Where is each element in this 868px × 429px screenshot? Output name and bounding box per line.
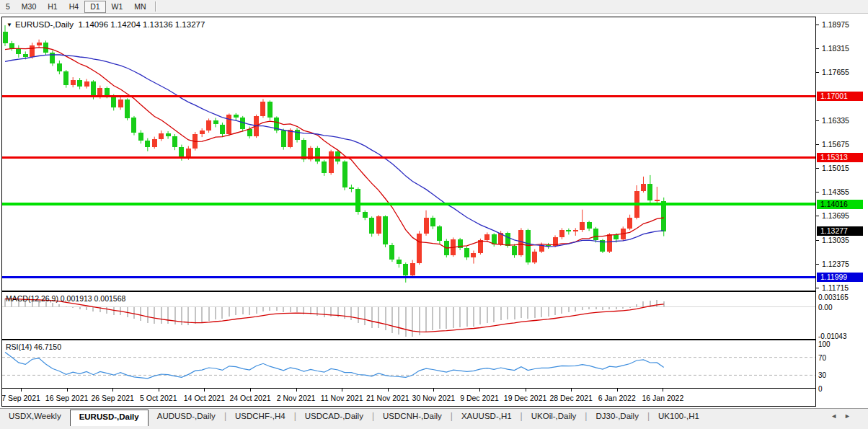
rsi-indicator-pane[interactable] [2, 340, 815, 388]
date-label: 2 Nov 2021 [277, 394, 316, 402]
level-price-label: 1.14016 [817, 200, 863, 209]
date-tick [67, 389, 68, 392]
timeframe-button-h4[interactable]: H4 [63, 1, 84, 13]
date-label: 11 Nov 2021 [321, 394, 363, 402]
timeframe-button-d1[interactable]: D1 [84, 1, 105, 13]
chart-tab-usdchf-h4[interactable]: USDCHF-,H4 [226, 410, 294, 426]
date-label: 24 Oct 2021 [229, 394, 270, 402]
price-tick [816, 72, 819, 73]
date-label: 26 Sep 2021 [91, 394, 134, 402]
level-price-label: 1.15313 [817, 153, 863, 162]
date-label: 19 Dec 2021 [504, 394, 547, 402]
chart-title: ▼EURUSD-,Daily 1.14096 1.14204 1.13136 1… [6, 20, 205, 29]
timeframe-button-mn[interactable]: MN [128, 1, 151, 13]
price-label: 1.17655 [822, 68, 849, 76]
current-price-label: 1.13277 [817, 226, 863, 236]
date-label: 14 Oct 2021 [184, 394, 225, 402]
price-tick [816, 240, 819, 241]
timeframe-button-h1[interactable]: H1 [42, 1, 63, 13]
price-tick [816, 144, 819, 145]
chart-tab-xauusd-h1[interactable]: XAUUSD-,H1 [453, 410, 521, 426]
chart-tab-eurusd-daily[interactable]: EURUSD-,Daily [70, 410, 149, 426]
date-axis[interactable]: 7 Sep 202116 Sep 202126 Sep 20215 Oct 20… [2, 389, 815, 406]
level-price-label: 1.17001 [817, 92, 863, 101]
price-label: 1.14355 [822, 187, 849, 196]
chart-tab-bar: USDX,WeeklyEURUSD-,DailyAUDUSD-,Daily|US… [0, 408, 868, 429]
date-tick [526, 389, 526, 392]
price-tick [816, 192, 819, 193]
price-label: 1.16335 [822, 116, 849, 125]
chart-symbol-label: EURUSD-,Daily [15, 20, 74, 29]
trading-app-window: 5M30H1H4D1W1MN ▼EURUSD-,Daily 1.14096 1.… [0, 0, 868, 429]
tab-scroll-left-icon[interactable]: ◄ [831, 412, 844, 420]
price-label: 1.15675 [822, 140, 849, 149]
date-tick [571, 389, 572, 392]
chart-tab-usdx-weekly[interactable]: USDX,Weekly [0, 410, 70, 426]
date-label: 30 Nov 2021 [412, 394, 456, 402]
rsi-scale-label: 0 [818, 385, 823, 393]
date-tick [433, 389, 434, 392]
price-tick [816, 168, 819, 169]
date-label: 7 Sep 2021 [1, 394, 40, 402]
price-tick [816, 288, 819, 288]
price-tick [816, 216, 819, 216]
price-label: 1.11715 [822, 283, 849, 292]
timeframe-toolbar: 5M30H1H4D1W1MN [0, 0, 868, 14]
macd-label: MACD(12,26,9) 0.001913 0.001568 [6, 294, 125, 303]
timeframe-button-m30[interactable]: M30 [16, 1, 42, 13]
date-tick [296, 389, 297, 392]
price-label: 1.13695 [822, 211, 849, 220]
date-label: 9 Dec 2021 [460, 394, 499, 402]
date-tick [479, 389, 480, 392]
rsi-scale-label: 30 [818, 371, 826, 379]
macd-scale-label: -0.01043 [818, 332, 846, 340]
price-tick [816, 120, 819, 121]
date-label: 16 Sep 2021 [45, 394, 89, 402]
price-label: 1.13035 [822, 236, 849, 244]
date-tick [21, 389, 22, 392]
price-tick [816, 25, 819, 25]
date-label: 16 Jan 2022 [642, 394, 683, 402]
rsi-scale-label: 70 [818, 354, 826, 362]
level-price-label: 1.11999 [817, 273, 863, 282]
price-label: 1.18315 [822, 44, 849, 53]
main-price-chart[interactable] [2, 17, 815, 291]
date-label: 6 Jan 2022 [598, 394, 636, 402]
date-label: 5 Oct 2021 [140, 394, 177, 402]
macd-scale-label: 0.00 [818, 304, 832, 311]
chart-ohlc-values: 1.14096 1.14204 1.13136 1.13277 [78, 20, 205, 29]
price-label: 1.15015 [822, 164, 849, 172]
price-label: 1.12375 [822, 260, 849, 268]
timeframe-button-w1[interactable]: W1 [106, 1, 129, 13]
date-tick [204, 389, 205, 392]
date-tick [388, 389, 389, 392]
price-label: 1.18975 [822, 20, 849, 29]
chart-window[interactable]: ▼EURUSD-,Daily 1.14096 1.14204 1.13136 1… [1, 17, 816, 407]
chart-tab-uk100-h1[interactable]: UK100-,H1 [650, 410, 708, 426]
chart-tab-usdcad-daily[interactable]: USDCAD-,Daily [296, 410, 372, 426]
price-tick [816, 264, 819, 265]
toolbar-separator [155, 1, 156, 12]
date-tick [617, 389, 618, 392]
chart-tab-audusd-daily[interactable]: AUDUSD-,Daily [149, 410, 224, 426]
price-axis[interactable]: 1.189751.183151.176551.163351.156751.150… [816, 17, 868, 407]
chart-tab-dj30-daily[interactable]: DJ30-,Daily [587, 410, 647, 426]
timeframe-button-5[interactable]: 5 [0, 1, 16, 13]
date-label: 21 Nov 2021 [366, 394, 409, 402]
chevron-down-icon[interactable]: ▼ [6, 22, 12, 28]
macd-scale-label: 0.003165 [818, 293, 849, 301]
date-tick [342, 389, 342, 392]
date-tick [159, 389, 159, 392]
date-tick [663, 389, 663, 392]
date-tick [112, 389, 113, 392]
tab-scroll-right-icon[interactable]: ► [844, 412, 858, 420]
rsi-scale-label: 100 [818, 340, 831, 348]
rsi-label: RSI(14) 46.7150 [6, 342, 61, 351]
price-tick [816, 48, 819, 49]
chart-tab-usdcnh-daily[interactable]: USDCNH-,Daily [374, 410, 451, 426]
date-tick [250, 389, 251, 392]
date-label: 28 Dec 2021 [549, 394, 593, 402]
chart-tab-ukoil-daily[interactable]: UKOil-,Daily [523, 410, 585, 426]
